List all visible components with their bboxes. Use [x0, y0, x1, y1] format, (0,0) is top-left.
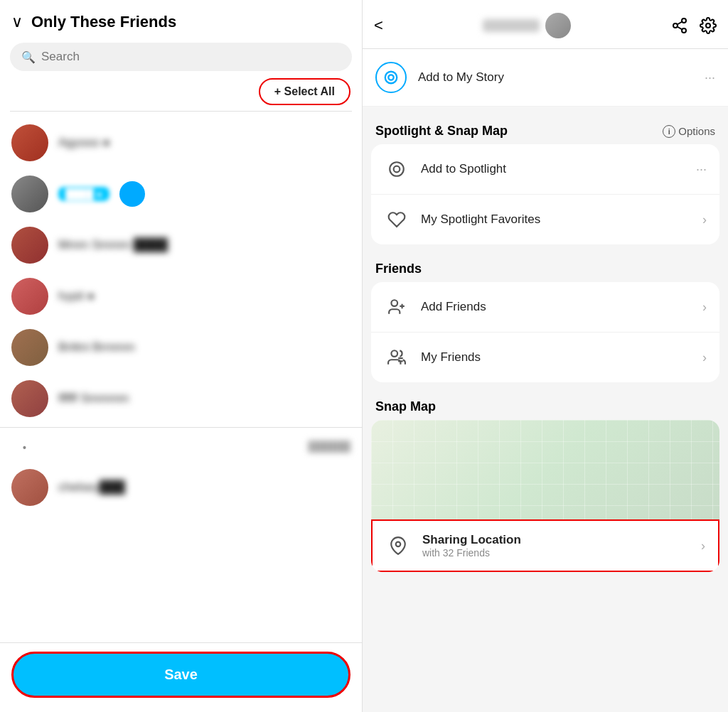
- options-button[interactable]: i Options: [663, 125, 715, 138]
- info-icon: i: [663, 125, 675, 138]
- friend-name: Brittni Brmmm: [58, 340, 350, 355]
- alphabet-marker: •: [11, 438, 38, 455]
- list-item[interactable]: Brittni Brmmm: [0, 322, 362, 373]
- right-panel: < Add to My S: [363, 0, 728, 712]
- header-icons: [671, 17, 717, 34]
- list-item[interactable]: hypit ●: [0, 271, 362, 322]
- options-label: Options: [678, 125, 715, 137]
- avatar: [11, 278, 48, 315]
- friend-name: Agyooo ●: [58, 136, 350, 150]
- save-button[interactable]: Save: [11, 652, 350, 698]
- avatar: [11, 469, 48, 506]
- avatar: [545, 13, 571, 38]
- chevron-right-icon: ›: [702, 350, 707, 365]
- friend-name: Mmm Smmm ████: [58, 238, 350, 252]
- right-header: <: [363, 0, 728, 49]
- share-icon[interactable]: [671, 17, 688, 34]
- list-item[interactable]: ffffff Smmmm: [0, 373, 362, 424]
- more-dots-icon[interactable]: ···: [705, 70, 715, 85]
- friend-name-tag: ████ ●: [58, 187, 109, 201]
- select-all-row: + Select All: [0, 78, 362, 111]
- search-input[interactable]: [41, 50, 341, 64]
- chevron-down-icon[interactable]: ∨: [11, 13, 23, 31]
- spotlight-dots-icon[interactable]: ···: [696, 162, 707, 177]
- svg-point-9: [394, 166, 400, 173]
- svg-point-16: [396, 542, 401, 547]
- svg-point-8: [390, 162, 404, 176]
- svg-point-10: [391, 300, 397, 306]
- blurred-text: ██████: [308, 441, 350, 452]
- divider: [0, 427, 362, 428]
- profile-area: [483, 13, 571, 38]
- svg-point-5: [706, 23, 710, 28]
- my-friends-icon: [384, 345, 410, 370]
- svg-line-3: [678, 27, 682, 30]
- svg-point-7: [388, 75, 393, 80]
- snap-map-section-title: Snap Map: [375, 399, 436, 414]
- back-button[interactable]: <: [374, 16, 383, 35]
- friend-name: hypit ●: [58, 289, 350, 303]
- my-friends-label: My Friends: [421, 350, 691, 365]
- avatar: [11, 227, 48, 264]
- spotlight-menu-card: Add to Spotlight ··· My Spotlight Favori…: [371, 144, 719, 244]
- left-panel: ∨ Only These Friends 🔍 + Select All Agyo…: [0, 0, 363, 712]
- list-item[interactable]: chelsey███: [0, 462, 362, 513]
- snap-map-card: Sharing Location with 32 Friends ›: [371, 420, 719, 572]
- chevron-right-icon: ›: [701, 539, 705, 554]
- list-item: • ██████: [0, 431, 362, 462]
- friends-section-title: Friends: [375, 261, 422, 276]
- friends-menu-card: Add Friends › My Friends ›: [371, 282, 719, 382]
- select-all-button[interactable]: + Select All: [259, 78, 350, 105]
- add-friends-icon: [384, 294, 410, 320]
- bottom-section: Save: [0, 642, 362, 712]
- svg-point-6: [385, 72, 397, 84]
- map-grid: [371, 420, 719, 519]
- location-text: Sharing Location with 32 Friends: [422, 533, 690, 559]
- left-header: ∨ Only These Friends: [0, 0, 362, 40]
- list-item[interactable]: ████ ●: [0, 168, 362, 220]
- spotlight-camera-icon: [384, 156, 410, 182]
- chevron-right-icon: ›: [702, 300, 707, 315]
- friends-list: Agyooo ● ████ ● Mmm Smmm ████ hypit ● Br…: [0, 112, 362, 642]
- spotlight-section-header: Spotlight & Snap Map i Options: [363, 112, 728, 144]
- chevron-right-icon: ›: [702, 212, 707, 227]
- sharing-location-row: Sharing Location with 32 Friends ›: [371, 519, 719, 572]
- search-icon: 🔍: [21, 50, 36, 64]
- avatar: [11, 124, 48, 161]
- spotlight-section-title: Spotlight & Snap Map: [375, 124, 508, 139]
- profile-name-blurred: [483, 19, 540, 32]
- svg-point-13: [391, 350, 397, 357]
- spotlight-favorites-item[interactable]: My Spotlight Favorites ›: [371, 195, 719, 244]
- story-label: Add to My Story: [418, 70, 693, 85]
- snap-map-section-header: Snap Map: [363, 388, 728, 420]
- friend-name: ffffff Smmmm: [58, 392, 350, 406]
- my-friends-item[interactable]: My Friends ›: [371, 333, 719, 382]
- search-bar[interactable]: 🔍: [10, 43, 352, 71]
- avatar: [11, 176, 48, 212]
- avatar: [11, 380, 48, 417]
- svg-line-4: [678, 22, 682, 25]
- friends-section-header: Friends: [363, 250, 728, 282]
- location-pin-icon: [385, 533, 411, 559]
- story-section: Add to My Story ···: [363, 49, 728, 107]
- spotlight-favorites-label: My Spotlight Favorites: [421, 212, 691, 227]
- list-item[interactable]: Agyooo ●: [0, 117, 362, 168]
- add-to-spotlight-label: Add to Spotlight: [421, 162, 685, 176]
- page-title: Only These Friends: [31, 13, 176, 31]
- gear-icon[interactable]: [700, 17, 717, 34]
- avatar: [11, 329, 48, 366]
- add-friends-label: Add Friends: [421, 300, 691, 314]
- friend-name: chelsey███: [58, 480, 350, 495]
- sharing-location-sub: with 32 Friends: [422, 547, 690, 559]
- sharing-location-title: Sharing Location: [422, 533, 690, 547]
- add-to-story-item[interactable]: Add to My Story ···: [363, 49, 728, 107]
- add-to-spotlight-item[interactable]: Add to Spotlight ···: [371, 144, 719, 195]
- list-item[interactable]: Mmm Smmm ████: [0, 220, 362, 271]
- blue-indicator: [119, 181, 145, 207]
- add-friends-item[interactable]: Add Friends ›: [371, 282, 719, 333]
- map-preview: [371, 420, 719, 519]
- heart-icon: [384, 207, 410, 232]
- sharing-location-item[interactable]: Sharing Location with 32 Friends ›: [371, 519, 719, 572]
- story-camera-icon: [375, 62, 407, 93]
